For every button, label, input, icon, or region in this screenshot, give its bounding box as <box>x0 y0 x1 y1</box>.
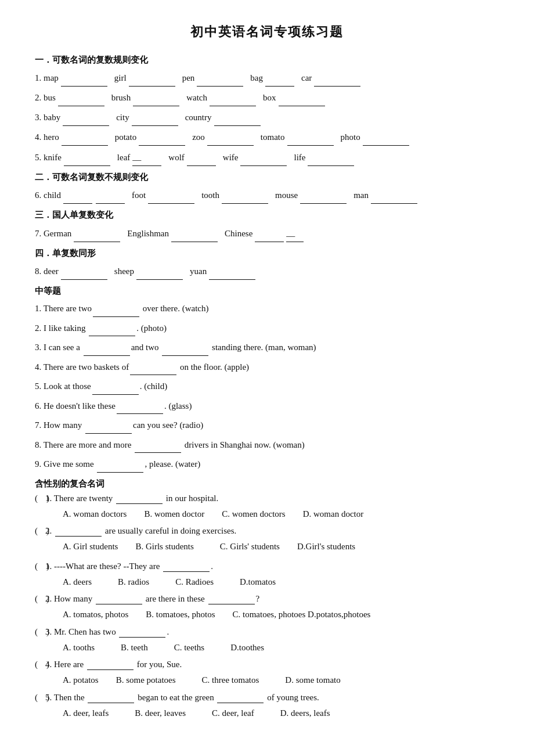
blank[interactable] <box>265 86 294 87</box>
mc1-a1: A. woman doctors B. women doctor C. wome… <box>35 506 499 523</box>
blank[interactable] <box>308 165 354 166</box>
row4: 4. hero potato zoo tomato photo <box>35 128 499 146</box>
blank[interactable] <box>171 242 218 242</box>
mc2-a5: A. deer, leafs B. deer, leaves C. deer, … <box>35 705 499 722</box>
blank[interactable] <box>255 242 284 242</box>
blank[interactable] <box>279 106 325 106</box>
blank[interactable] <box>371 203 417 204</box>
mc2-q3: ( )3. Mr. Chen has two . <box>35 627 499 638</box>
blank[interactable] <box>87 669 134 670</box>
blank[interactable] <box>116 503 163 504</box>
blank[interactable] <box>130 375 176 375</box>
row1: 1. map girl pen bag car <box>35 69 499 87</box>
section3-title: 三．国人单复数变化 <box>35 210 499 221</box>
section1-title: 一．可数名词的复数规则变化 <box>35 55 499 66</box>
medium-q5: 5. Look at those. (child) <box>35 378 499 395</box>
blank[interactable] <box>97 472 143 473</box>
blank[interactable] <box>207 145 254 146</box>
row6: 6. child foot tooth mouse man <box>35 186 499 204</box>
row2: 2. bus brush watch box <box>35 89 499 106</box>
blank[interactable] <box>129 86 175 87</box>
mc1-q1: ( )1. There are twenty in our hospital. <box>35 493 499 504</box>
medium-q8: 8. There are more and more drivers in Sh… <box>35 437 499 453</box>
blank[interactable] <box>61 86 107 87</box>
blank[interactable] <box>62 145 108 146</box>
medium-q3: 3. I can see a and two standing there. (… <box>35 339 499 356</box>
mc1-q2: ( )2. are usually careful in doing exerc… <box>35 525 499 537</box>
row5: 5. knife leaf__ wolf wife life <box>35 148 499 166</box>
blank[interactable] <box>163 571 210 572</box>
blank[interactable] <box>187 165 216 166</box>
blank[interactable] <box>117 413 163 414</box>
mc2-q4: ( )4. Here are for you, Sue. <box>35 659 499 670</box>
blank[interactable] <box>148 203 194 204</box>
mc2-q5: ( )5. Then the began to eat the green of… <box>35 692 499 703</box>
blank[interactable] <box>240 165 287 166</box>
mc1-a2: A. Girl students B. Girls students C. Gi… <box>35 538 499 555</box>
blank[interactable] <box>133 106 179 106</box>
blank[interactable] <box>300 203 347 204</box>
section5-title: 中等题 <box>35 286 499 297</box>
blank[interactable] <box>96 203 125 204</box>
medium-q4: 4. There are two baskets of on the floor… <box>35 359 499 376</box>
medium-q1: 1. There are two over there. (watch) <box>35 300 499 317</box>
blank[interactable] <box>132 125 178 126</box>
blank[interactable] <box>135 452 181 453</box>
mc2-a4: A. potatos B. some potatoes C. three tom… <box>35 672 499 689</box>
medium-q9: 9. Give me some , please. (water) <box>35 456 499 473</box>
mc2-q1: ( )1. ----What are these? --They are . <box>35 561 499 572</box>
row8: 8. deer sheep yuan <box>35 262 499 280</box>
section6-title: 含性别的复合名词 <box>35 478 499 489</box>
blank[interactable] <box>92 394 139 395</box>
blank[interactable] <box>85 433 132 434</box>
blank[interactable] <box>96 604 142 604</box>
blank[interactable] <box>209 279 255 280</box>
blank[interactable] <box>162 355 208 356</box>
medium-q6: 6. He doesn't like these. (glass) <box>35 398 499 415</box>
blank[interactable] <box>58 106 104 106</box>
mc2-a2: A. tomatos, photos B. tomatoes, photos C… <box>35 606 499 623</box>
blank[interactable] <box>64 165 110 166</box>
blank[interactable] <box>63 125 109 126</box>
section4-title: 四．单复数同形 <box>35 248 499 259</box>
blank[interactable] <box>222 203 268 204</box>
blank[interactable]: __ <box>132 148 161 166</box>
mc2-q2: ( )2. How many are there in these ? <box>35 593 499 604</box>
medium-q7: 7. How many can you see? (radio) <box>35 417 499 434</box>
medium-q2: 2. I like taking . (photo) <box>35 320 499 337</box>
blank[interactable] <box>55 536 102 537</box>
blank[interactable] <box>217 703 264 703</box>
section2-title: 二．可数名词复数不规则变化 <box>35 172 499 183</box>
row7: 7. German Englishman Chinese__ <box>35 224 499 242</box>
blank[interactable] <box>314 86 360 87</box>
blank[interactable] <box>197 86 243 87</box>
blank[interactable] <box>74 242 120 242</box>
blank[interactable] <box>208 604 255 604</box>
blank[interactable] <box>363 145 409 146</box>
blank[interactable] <box>139 145 185 146</box>
row3: 3. baby city country <box>35 109 499 126</box>
blank[interactable] <box>93 316 139 317</box>
page-title: 初中英语名词专项练习题 <box>35 23 499 41</box>
mc2-a1: A. deers B. radios C. Radioes D.tomatos <box>35 574 499 591</box>
blank[interactable] <box>214 125 261 126</box>
blank[interactable] <box>136 279 183 280</box>
blank[interactable] <box>210 106 256 106</box>
blank[interactable] <box>287 145 334 146</box>
blank[interactable] <box>63 203 92 204</box>
blank[interactable] <box>61 279 107 280</box>
blank[interactable] <box>84 355 130 356</box>
blank[interactable] <box>119 637 165 638</box>
blank[interactable] <box>89 336 135 336</box>
mc2-a3: A. tooths B. teeth C. teeths D.toothes <box>35 639 499 656</box>
blank[interactable] <box>88 703 134 703</box>
